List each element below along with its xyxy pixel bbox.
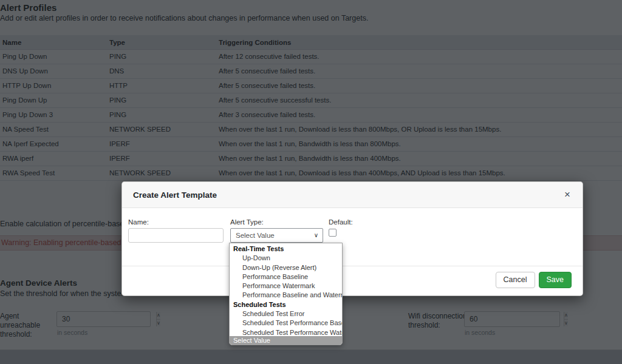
dropdown-option[interactable]: Scheduled Test Error [230, 309, 342, 318]
dropdown-option[interactable]: Up-Down [230, 254, 342, 263]
modal-footer: Cancel Save [496, 272, 572, 288]
alert-type-selected-value: Select Value [236, 229, 275, 242]
dropdown-group-label: Real-Time Tests [230, 244, 342, 254]
dropdown-option[interactable]: Down-Up (Reverse Alert) [230, 263, 342, 272]
name-label: Name: [128, 218, 149, 226]
alert-type-label: Alert Type: [230, 218, 264, 226]
cancel-button[interactable]: Cancel [496, 272, 535, 288]
chevron-down-icon: ∨ [314, 229, 318, 242]
screen: Alert Profiles Add or edit alert profile… [0, 0, 622, 364]
dropdown-option[interactable]: Scheduled Test Performance Baseline [230, 318, 342, 328]
modal-header: Create Alert Template × [122, 182, 583, 208]
alert-type-select[interactable]: Select Value ∨ [230, 228, 323, 243]
modal-footer-divider [122, 266, 583, 266]
close-icon[interactable]: × [564, 188, 570, 201]
alert-type-dropdown: Real-Time TestsUp-DownDown-Up (Reverse A… [229, 243, 343, 345]
dropdown-option[interactable]: Performance Watermark [230, 281, 342, 291]
default-label: Default: [329, 218, 353, 226]
name-input[interactable] [128, 228, 224, 243]
dropdown-group-label: Scheduled Tests [230, 300, 342, 309]
dropdown-option[interactable]: Performance Baseline [230, 272, 342, 281]
dropdown-option-highlighted[interactable]: Select Value [230, 336, 342, 345]
save-button[interactable]: Save [539, 272, 572, 288]
dropdown-option[interactable]: Performance Baseline and Watermark [230, 291, 342, 300]
create-alert-template-modal: Create Alert Template × Name: Alert Type… [121, 181, 583, 296]
default-checkbox[interactable] [329, 229, 337, 237]
modal-title: Create Alert Template [133, 190, 217, 200]
